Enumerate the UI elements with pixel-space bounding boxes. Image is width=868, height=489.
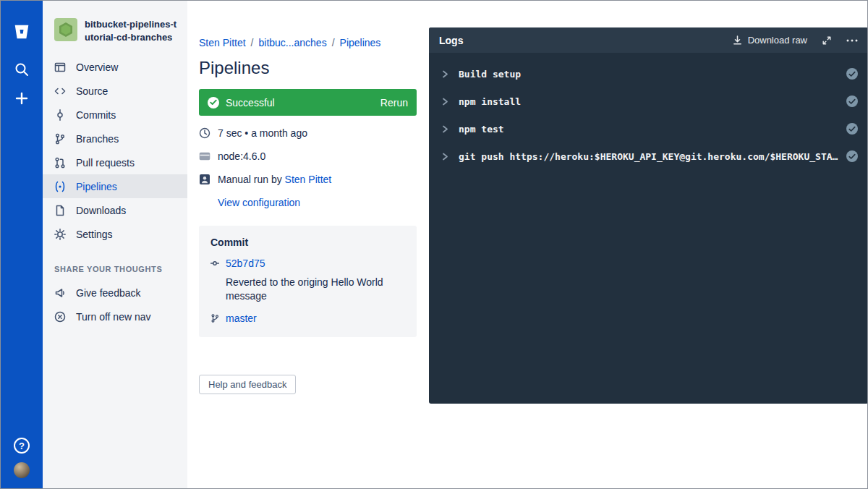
breadcrumb-user-link[interactable]: Sten Pittet [199, 37, 246, 48]
sidebar-item-commits[interactable]: Commits [43, 103, 187, 127]
logs-body: Build setup npm install npm test [429, 53, 868, 170]
branch-icon [54, 133, 66, 145]
megaphone-icon [54, 287, 66, 299]
commit-hash-link[interactable]: 52b7d75 [226, 258, 265, 269]
logs-actions: Download raw [732, 35, 858, 46]
clock-icon [199, 127, 210, 139]
chevron-right-icon [442, 153, 448, 161]
expand-icon[interactable] [822, 35, 832, 46]
sidebar-item-label: Pipelines [76, 181, 117, 192]
help-icon[interactable]: ? [14, 438, 30, 454]
repo-sidebar: bitbucket-pipelines-tutorial-cd-branches… [43, 1, 187, 488]
sidebar-item-downloads[interactable]: Downloads [43, 198, 187, 222]
branch-link[interactable]: master [226, 312, 257, 324]
bitbucket-logo [12, 22, 31, 41]
sidebar-item-label: Pull requests [76, 157, 135, 169]
breadcrumb-separator: / [251, 37, 254, 48]
global-nav-rail: ? [1, 1, 43, 488]
duration-text: 7 sec • a month ago [218, 127, 307, 139]
log-step-git-push[interactable]: git push https://heroku:$HEROKU_API_KEY@… [442, 143, 858, 170]
sidebar-item-settings[interactable]: Settings [43, 222, 187, 246]
step-success-icon [846, 68, 858, 80]
sidebar-item-label: Overview [76, 61, 118, 73]
commit-card: Commit 52b7d75 Reverted to the origing H… [199, 226, 417, 337]
commit-hash-icon [210, 259, 219, 268]
manual-run-text: Manual run by Sten Pittet [218, 174, 331, 185]
commit-icon [54, 109, 66, 121]
log-step-label: npm install [459, 96, 842, 107]
more-options-icon[interactable] [846, 39, 858, 42]
breadcrumb-separator: / [332, 37, 335, 48]
sidebar-item-label: Turn off new nav [76, 311, 151, 323]
commit-message: Reverted to the origing Hello World mess… [210, 276, 405, 303]
help-and-feedback-button[interactable]: Help and feedback [199, 375, 296, 394]
pull-request-icon [54, 157, 66, 169]
sidebar-item-label: Downloads [76, 205, 126, 216]
overview-icon [54, 61, 66, 73]
rail-bottom-group: ? [14, 438, 30, 478]
sidebar-item-branches[interactable]: Branches [43, 127, 187, 150]
pipelines-icon [54, 181, 66, 192]
create-plus-icon[interactable] [9, 86, 34, 111]
success-check-icon [208, 97, 219, 109]
logs-panel: Logs Download raw [429, 27, 868, 404]
log-step-npm-test[interactable]: npm test [442, 115, 858, 143]
step-success-icon [846, 95, 858, 107]
view-configuration-link[interactable]: View configuration [218, 197, 300, 208]
logs-title: Logs [439, 35, 463, 46]
log-step-label: git push https://heroku:$HEROKU_API_KEY@… [459, 151, 842, 162]
status-label: Successful [226, 97, 275, 109]
sidebar-item-label: Source [76, 85, 108, 97]
sidebar-item-source[interactable]: Source [43, 79, 187, 103]
rerun-button[interactable]: Rerun [380, 97, 408, 109]
repo-avatar [54, 18, 77, 41]
sidebar-section-label: SHARE YOUR THOUGHTS [43, 246, 187, 281]
sidebar-item-turn-off-new-nav[interactable]: Turn off new nav [43, 305, 187, 328]
chevron-right-icon [442, 98, 448, 106]
cross-circle-icon [54, 311, 66, 323]
sidebar-item-label: Settings [76, 229, 113, 240]
build-image-icon [199, 150, 210, 162]
commit-heading: Commit [210, 237, 405, 248]
chevron-right-icon [442, 125, 448, 133]
sidebar-item-label: Branches [76, 133, 119, 145]
sidebar-item-overview[interactable]: Overview [43, 55, 187, 79]
log-step-build-setup[interactable]: Build setup [442, 60, 858, 88]
breadcrumb-repo-link[interactable]: bitbuc...anches [258, 37, 326, 48]
bitbucket-logo-icon[interactable] [9, 20, 34, 44]
repo-header[interactable]: bitbucket-pipelines-tutorial-cd-branches [43, 14, 187, 55]
log-step-npm-install[interactable]: npm install [442, 88, 858, 115]
step-success-icon [846, 123, 858, 135]
download-raw-button[interactable]: Download raw [732, 35, 807, 46]
download-raw-label: Download raw [748, 35, 807, 46]
run-user-link[interactable]: Sten Pittet [285, 174, 332, 185]
log-step-label: Build setup [459, 69, 842, 80]
sidebar-item-pipelines[interactable]: Pipelines [43, 174, 187, 198]
sidebar-item-pull-requests[interactable]: Pull requests [43, 150, 187, 174]
sidebar-item-label: Give feedback [76, 287, 141, 299]
build-image-text: node:4.6.0 [218, 150, 265, 162]
commit-hash-row: 52b7d75 [210, 258, 405, 269]
repo-name: bitbucket-pipelines-tutorial-cd-branches [85, 18, 179, 43]
nodejs-hexagon-icon [59, 22, 73, 38]
manual-run-prefix: Manual run by [218, 174, 282, 185]
chevron-right-icon [442, 70, 448, 78]
log-step-label: npm test [459, 124, 842, 135]
step-success-icon [846, 150, 858, 162]
app-window: ? bitbucket-pipelines-tutorial-cd-branch… [0, 0, 868, 489]
logs-header: Logs Download raw [429, 27, 868, 53]
commit-branch-row: master [210, 312, 405, 324]
code-icon [54, 85, 66, 97]
status-banner: Successful Rerun [199, 89, 417, 116]
search-icon[interactable] [9, 57, 34, 82]
download-icon [732, 35, 743, 46]
avatar[interactable] [14, 462, 30, 478]
branch-icon [210, 314, 219, 323]
breadcrumb-pipelines-link[interactable]: Pipelines [340, 37, 381, 48]
sidebar-item-give-feedback[interactable]: Give feedback [43, 281, 187, 305]
sidebar-item-label: Commits [76, 109, 116, 121]
file-icon [54, 205, 66, 216]
run-user-avatar-icon [199, 174, 210, 185]
gear-icon [54, 229, 66, 240]
